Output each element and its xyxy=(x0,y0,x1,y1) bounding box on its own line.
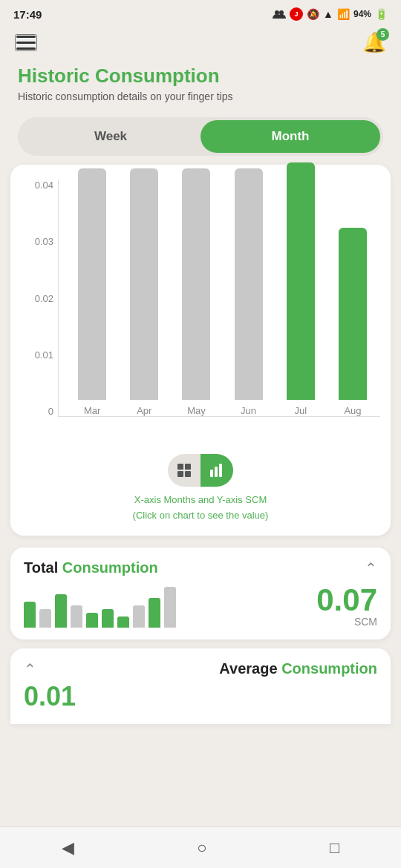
total-header: Total Consumption ⌃ xyxy=(24,559,377,577)
avg-card: ⌃ Average Consumption 0.01 xyxy=(10,648,391,724)
bar-may-rect xyxy=(182,168,210,400)
total-value-wrap: 0.07 SCM xyxy=(316,585,377,628)
total-label1: Total xyxy=(24,559,58,576)
status-bar: 17:49 J 🔕 ▲ 📶 94% 🔋 xyxy=(0,0,401,25)
avg-label2: Consumption xyxy=(281,660,377,677)
bar-jun: Jun xyxy=(227,168,270,416)
tab-month[interactable]: Month xyxy=(200,120,380,153)
y-label-0: 0 xyxy=(21,406,53,417)
bar-aug-rect xyxy=(339,228,367,400)
chart-controls xyxy=(21,454,380,487)
bar-jul-rect xyxy=(287,162,315,400)
total-value: 0.07 xyxy=(316,585,377,616)
bar-mar-label: Mar xyxy=(84,405,100,416)
avg-header: ⌃ Average Consumption xyxy=(24,660,377,678)
total-chevron-up-icon[interactable]: ⌃ xyxy=(365,559,377,577)
svg-rect-2 xyxy=(177,464,183,470)
bell-button[interactable]: 🔔 5 xyxy=(362,31,386,54)
bar-jul: Jul xyxy=(279,162,322,416)
bar-aug: Aug xyxy=(331,228,374,416)
jio-icon: J xyxy=(290,7,303,21)
y-label-001: 0.01 xyxy=(21,349,53,361)
status-time: 17:49 xyxy=(13,8,42,21)
bar-mar: Mar xyxy=(71,168,114,416)
page-subtitle: Historic consumption details on your fin… xyxy=(18,91,383,102)
battery-text: 94% xyxy=(353,9,371,19)
barchart-icon xyxy=(209,462,225,479)
bar-jun-label: Jun xyxy=(241,405,256,416)
svg-rect-6 xyxy=(210,470,213,477)
bar-may-label: May xyxy=(187,405,206,416)
svg-rect-3 xyxy=(185,464,191,470)
battery-icon: 🔋 xyxy=(375,8,388,20)
avg-value-partial: 0.01 xyxy=(24,681,377,712)
svg-rect-7 xyxy=(215,467,218,477)
notification-badge: 5 xyxy=(376,28,389,41)
mini-bar-6 xyxy=(102,609,114,628)
bar-apr-rect xyxy=(130,168,158,400)
svg-rect-4 xyxy=(177,471,183,477)
page-header: Historic Consumption Historic consumptio… xyxy=(0,60,401,105)
svg-rect-5 xyxy=(185,471,191,477)
bar-jul-label: Jul xyxy=(294,405,307,416)
mute-icon: 🔕 xyxy=(307,8,319,20)
recent-button[interactable]: □ xyxy=(315,832,354,864)
total-title: Total Consumption xyxy=(24,559,158,576)
table-view-button[interactable] xyxy=(168,454,200,487)
mini-bar-2 xyxy=(39,609,51,628)
total-card: Total Consumption ⌃ 0.07 SCM xyxy=(10,548,391,640)
bar-aug-label: Aug xyxy=(344,405,361,416)
chart-hint: X-axis Months and Y-axis SCM (Click on c… xyxy=(21,493,380,524)
mini-bars xyxy=(24,583,176,628)
tab-week[interactable]: Week xyxy=(21,120,200,153)
avg-label1: Average xyxy=(219,660,277,677)
mini-bar-4 xyxy=(71,605,82,628)
mini-bar-1 xyxy=(24,602,36,628)
bar-jun-rect xyxy=(235,168,263,400)
y-label-002: 0.02 xyxy=(21,293,53,304)
bottom-nav: ◀ ○ □ xyxy=(0,826,401,868)
y-label-004: 0.04 xyxy=(21,180,53,191)
top-nav: 🔔 5 xyxy=(0,25,401,60)
menu-button[interactable] xyxy=(15,34,37,51)
bars-area: Mar Apr May Jun Jul xyxy=(58,180,380,417)
signal-icon: 📶 xyxy=(337,8,350,20)
mini-bar-8 xyxy=(133,605,145,628)
total-unit: SCM xyxy=(316,616,377,628)
total-bottom: 0.07 SCM xyxy=(24,583,377,628)
status-icons: J 🔕 ▲ 📶 94% 🔋 xyxy=(273,7,388,21)
y-axis-labels: 0.04 0.03 0.02 0.01 0 xyxy=(21,180,53,417)
bar-apr-label: Apr xyxy=(137,405,151,416)
bar-chart[interactable]: 0.04 0.03 0.02 0.01 0 Mar Apr May xyxy=(21,180,380,444)
bar-chart-button[interactable] xyxy=(200,454,233,487)
total-label2: Consumption xyxy=(62,559,158,576)
svg-rect-8 xyxy=(219,464,222,477)
mini-bar-10 xyxy=(164,587,176,628)
page-title: Historic Consumption xyxy=(18,65,383,88)
tab-toggle: Week Month xyxy=(18,117,383,156)
mini-bar-7 xyxy=(117,617,129,628)
mini-bar-5 xyxy=(86,613,98,628)
mini-bar-3 xyxy=(55,594,67,628)
chart-card: 0.04 0.03 0.02 0.01 0 Mar Apr May xyxy=(10,165,391,536)
wifi-icon: ▲ xyxy=(323,8,333,20)
mini-bar-9 xyxy=(149,598,160,628)
y-label-003: 0.03 xyxy=(21,236,53,247)
bar-mar-rect xyxy=(78,168,106,400)
chart-click-hint: (Click on chart to see the value) xyxy=(21,508,380,524)
avg-title: Average Consumption xyxy=(219,660,377,677)
chart-axis-label: X-axis Months and Y-axis SCM xyxy=(21,493,380,508)
avg-chevron-up-icon[interactable]: ⌃ xyxy=(24,660,36,678)
table-icon xyxy=(176,462,192,479)
back-button[interactable]: ◀ xyxy=(47,832,89,864)
bar-apr: Apr xyxy=(123,168,166,416)
group-icon xyxy=(273,9,286,19)
home-button[interactable]: ○ xyxy=(182,832,221,864)
bar-may: May xyxy=(175,168,218,416)
